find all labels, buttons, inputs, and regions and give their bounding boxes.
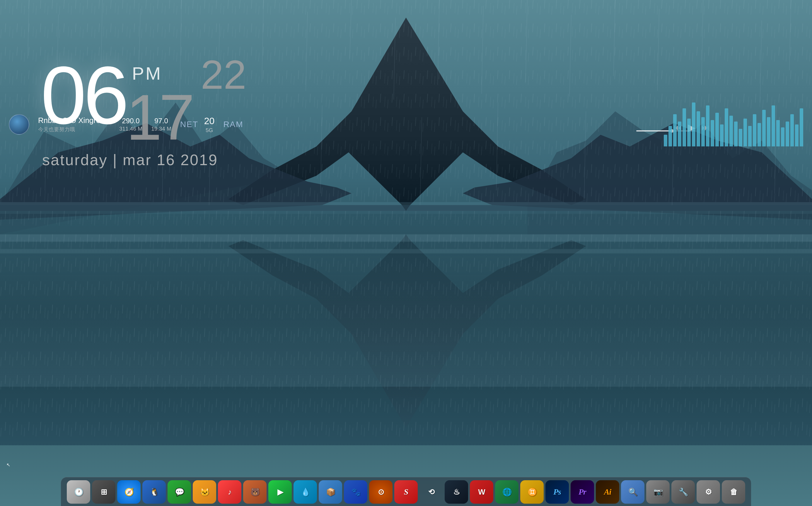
dock-icon-wps-w: W — [478, 488, 485, 497]
dock-item-kuwo[interactable]: ♪ — [218, 480, 241, 504]
dock-icon-gemini: ♊ — [527, 488, 537, 497]
eq-bar-21 — [762, 110, 766, 147]
eq-bar-8 — [701, 117, 705, 147]
net-unit: 5G — [206, 127, 213, 134]
dock-icon-circle: ⊙ — [378, 488, 384, 497]
dock-item-safari[interactable]: 🧭 — [117, 480, 141, 504]
net-label: NET — [180, 120, 198, 129]
dock-item-iqiyi[interactable]: ▶ — [268, 480, 292, 504]
cursor: ↖ — [6, 462, 12, 468]
eq-bar-3 — [678, 121, 681, 147]
dock-icon-imgcap: 📷 — [654, 488, 663, 497]
dock-item-ps[interactable]: Ps — [546, 480, 569, 504]
eq-bar-5 — [687, 118, 691, 147]
user-subtitle: 今天也要努力哦 — [38, 126, 104, 133]
equalizer — [664, 100, 803, 147]
dock-icon-bear: 🐻 — [250, 488, 259, 497]
dock-item-drop[interactable]: 💧 — [294, 480, 317, 504]
eq-bar-4 — [682, 108, 686, 147]
ram-label: RAM — [223, 120, 243, 129]
dock-icon-mission: ⊞ — [101, 488, 107, 497]
eq-bar-20 — [757, 123, 761, 147]
dock-icon-ai: Ai — [604, 487, 611, 497]
eq-bar-2 — [673, 114, 677, 147]
eq-bar-26 — [786, 121, 789, 147]
dock-icon-drop: 💧 — [301, 488, 310, 497]
eq-bar-15 — [734, 121, 738, 147]
ram-up-value: 97.0 — [154, 117, 168, 125]
dock-icon-kuwo: ♪ — [228, 488, 231, 497]
dock-icon-finder: 🔍 — [628, 488, 637, 497]
dock-item-wechat[interactable]: 💬 — [168, 480, 191, 504]
dock: 🕐⊞🧭🐧💬🐱♪🐻▶💧📦🐾⊙S⟲♨W🌐♊PsPrAi🔍📷🔧⚙🗑 — [61, 477, 751, 506]
dock-item-mission[interactable]: ⊞ — [92, 480, 115, 504]
eq-bar-23 — [772, 105, 775, 147]
eq-bar-13 — [725, 108, 728, 147]
cpu-stat: 290.0 311.46 M — [119, 117, 142, 132]
cpu-up-value: 290.0 — [122, 117, 140, 125]
dock-icon-trash: 🗑 — [730, 488, 737, 497]
dock-item-imgcap[interactable]: 📷 — [646, 480, 670, 504]
eq-bar-14 — [729, 116, 733, 147]
dock-item-world[interactable]: 🌐 — [495, 480, 518, 504]
eq-bar-18 — [748, 126, 752, 147]
dock-item-cat[interactable]: 🐱 — [193, 480, 216, 504]
dock-item-ai[interactable]: Ai — [596, 480, 619, 504]
dock-icon-ps: Ps — [553, 487, 561, 497]
dock-item-box[interactable]: 📦 — [319, 480, 342, 504]
eq-bar-27 — [790, 114, 794, 147]
dock-icon-box: 📦 — [326, 488, 335, 497]
dock-item-wps-w[interactable]: W — [470, 480, 493, 504]
eq-bar-6 — [692, 102, 696, 147]
cpu-down-value: 311.46 M — [119, 125, 142, 132]
dock-item-pr[interactable]: Pr — [571, 480, 594, 504]
net-value: 20 — [204, 116, 215, 126]
ram-stat: 97.0 19.34 M — [151, 117, 171, 132]
dock-icon-iqiyi: ▶ — [277, 488, 283, 497]
eq-bar-19 — [753, 114, 756, 147]
net-stat: 20 5G — [204, 116, 215, 134]
eq-bar-24 — [776, 120, 780, 147]
clock-widget: 06 PM 17 22 saturday | mar 16 2019 — [41, 54, 246, 169]
dock-item-circle[interactable]: ⊙ — [369, 480, 393, 504]
dock-item-penguin[interactable]: 🐧 — [142, 480, 166, 504]
dock-icon-sogou: S — [404, 487, 408, 497]
dock-icon-world: 🌐 — [502, 488, 511, 497]
dock-item-finder[interactable]: 🔍 — [621, 480, 644, 504]
dock-icon-clock: 🕐 — [74, 488, 83, 497]
eq-bar-12 — [720, 124, 724, 147]
dock-item-bear[interactable]: 🐻 — [243, 480, 266, 504]
dock-icon-tools: 🔧 — [679, 488, 688, 497]
dock-icon-pawpaw: 🐾 — [351, 488, 360, 497]
dock-item-pawpaw[interactable]: 🐾 — [344, 480, 367, 504]
user-name: Rnbbx O.O Xingren — [38, 116, 104, 125]
dock-icon-steam: ♨ — [453, 488, 460, 497]
user-info: Rnbbx O.O Xingren 今天也要努力哦 — [38, 116, 104, 133]
dock-item-sogou[interactable]: S — [394, 480, 418, 504]
dock-icon-cat: 🐱 — [200, 488, 209, 497]
eq-bar-28 — [795, 124, 799, 147]
net-label-block: NET — [180, 120, 198, 129]
dock-icon-pr: Pr — [578, 487, 586, 497]
dock-icon-wechat: 💬 — [175, 488, 184, 497]
dock-item-trash[interactable]: 🗑 — [722, 480, 745, 504]
dock-item-swirl[interactable]: ⟲ — [419, 480, 443, 504]
dock-icon-prefs: ⚙ — [705, 488, 712, 497]
dock-icon-swirl: ⟲ — [428, 488, 434, 497]
dock-item-prefs[interactable]: ⚙ — [697, 480, 720, 504]
ram-label-block: RAM — [223, 120, 243, 129]
clock-seconds: 22 — [200, 54, 246, 95]
eq-bar-16 — [739, 129, 742, 147]
eq-bar-10 — [711, 120, 714, 147]
dock-item-tools[interactable]: 🔧 — [671, 480, 695, 504]
dock-icon-safari: 🧭 — [125, 488, 134, 497]
dock-item-clock[interactable]: 🕐 — [67, 480, 90, 504]
ram-down-value: 19.34 M — [151, 125, 171, 132]
dock-item-steam[interactable]: ♨ — [445, 480, 468, 504]
dock-item-gemini[interactable]: ♊ — [520, 480, 544, 504]
eq-bar-7 — [697, 111, 700, 147]
stats-widget: Rnbbx O.O Xingren 今天也要努力哦 290.0 311.46 M… — [9, 114, 243, 135]
user-avatar — [9, 114, 29, 135]
eq-bar-0 — [664, 135, 667, 147]
eq-bar-25 — [781, 128, 785, 147]
